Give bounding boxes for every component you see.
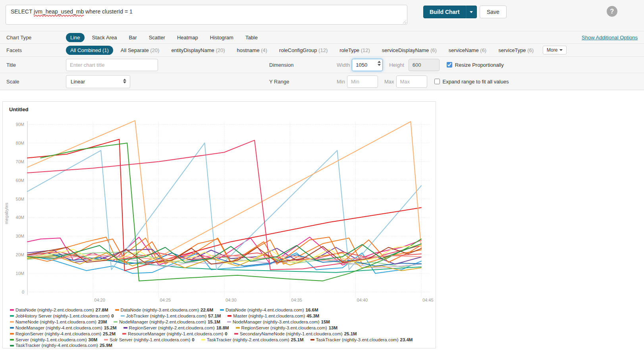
facet-servicedisplayname[interactable]: serviceDisplayName (6) xyxy=(378,46,441,55)
legend-series-value: 25.1M xyxy=(344,331,357,337)
legend-item[interactable]: Server (nightly-1.ent.cloudera.com)30M xyxy=(10,337,97,343)
chart-type-histogram[interactable]: Histogram xyxy=(206,33,238,42)
legend-series-value: 22.6M xyxy=(201,307,213,313)
title-label: Title xyxy=(6,62,66,68)
series-color-swatch xyxy=(10,333,14,335)
expand-range-checkbox[interactable] xyxy=(434,79,440,84)
y-tick-label: 0 xyxy=(22,290,24,294)
chart-type-scatter[interactable]: Scatter xyxy=(145,33,170,42)
chart-type-bar[interactable]: Bar xyxy=(124,33,141,42)
legend-series-value: 27.8M xyxy=(96,307,108,313)
chart-type-stack-area[interactable]: Stack Area xyxy=(88,33,121,42)
legend-series-label: DataNode (nightly-2.ent.cloudera.com) xyxy=(15,307,94,313)
legend-series-label: DataNode (nightly-4.ent.cloudera.com) xyxy=(226,307,304,313)
series-color-swatch xyxy=(10,327,14,329)
width-input-wrap xyxy=(352,59,383,71)
legend-item[interactable]: TaskTracker (nightly-2.ent.cloudera.com)… xyxy=(201,337,304,343)
legend-series-value: 0 xyxy=(225,331,227,337)
legend-item[interactable]: RegionServer (nightly-3.ent.cloudera.com… xyxy=(236,325,337,331)
legend-series-value: 30M xyxy=(89,337,97,343)
legend-item[interactable]: TaskTracker (nightly-4.ent.cloudera.com)… xyxy=(10,343,112,348)
facet-roleconfiggroup[interactable]: roleConfigGroup (12) xyxy=(275,46,332,55)
legend-item[interactable]: Solr Server (nightly-1.ent.cloudera.com)… xyxy=(104,337,195,343)
legend-series-label: JobHistory Server (nightly-1.ent.clouder… xyxy=(15,313,110,319)
chart-type-list: LineStack AreaBarScatterHeatmapHistogram… xyxy=(66,33,262,42)
series-color-swatch xyxy=(114,321,118,323)
legend-series-value: 16.6M xyxy=(306,307,318,313)
height-input xyxy=(409,59,440,71)
build-chart-dropdown-button[interactable] xyxy=(466,6,477,18)
facet-servicename[interactable]: serviceName (6) xyxy=(444,46,491,55)
facet-roletype[interactable]: roleType (12) xyxy=(335,46,374,55)
legend-item[interactable]: SecondaryNameNode (nightly-1.ent.clouder… xyxy=(234,331,357,337)
chart-title-input[interactable] xyxy=(66,59,158,71)
legend-item[interactable]: Master (nightly-1.ent.cloudera.com)45.3M xyxy=(228,313,319,319)
legend-item[interactable]: JobHistory Server (nightly-1.ent.clouder… xyxy=(10,313,114,319)
height-label: Height xyxy=(389,62,404,68)
resize-proportionally-checkbox[interactable] xyxy=(447,62,452,68)
y-min-input[interactable] xyxy=(347,75,378,88)
y-tick-label: 40M xyxy=(16,215,24,220)
series-color-swatch xyxy=(104,339,108,341)
legend-item[interactable]: DataNode (nightly-2.ent.cloudera.com)27.… xyxy=(10,307,108,313)
facet-servicetype[interactable]: serviceType (6) xyxy=(494,46,538,55)
width-stepper[interactable] xyxy=(378,61,381,66)
facets-row: Facets All Combined (1)All Separate (20)… xyxy=(0,43,644,56)
save-button[interactable]: Save xyxy=(480,6,507,18)
legend-item[interactable]: RegionServer (nightly-2.ent.cloudera.com… xyxy=(123,325,229,331)
legend-series-value: 15M xyxy=(321,319,330,325)
facet-entitydisplayname[interactable]: entityDisplayName (20) xyxy=(167,46,229,55)
legend-item[interactable]: DataNode (nightly-3.ent.cloudera.com)22.… xyxy=(115,307,214,313)
legend-item[interactable]: NameNode (nightly-1.ent.cloudera.com)23M xyxy=(10,319,107,325)
facets-label: Facets xyxy=(6,47,66,53)
facet-all-separate[interactable]: All Separate (20) xyxy=(116,46,164,55)
build-chart-button[interactable]: Build Chart xyxy=(423,6,466,18)
legend-item[interactable]: NodeManager (nightly-3.ent.cloudera.com)… xyxy=(227,319,330,325)
legend-series-value: 23.4M xyxy=(400,337,413,343)
legend-series-label: RegionServer (nightly-4.ent.cloudera.com… xyxy=(15,331,101,337)
build-chart-button-group: Build Chart xyxy=(423,6,477,18)
legend-item[interactable]: ResourceManager (nightly-1.ent.cloudera.… xyxy=(122,331,228,337)
series-color-swatch xyxy=(220,309,224,311)
dimension-group: Dimension Width Height Resize Proportion… xyxy=(269,59,504,71)
facet-all-combined[interactable]: All Combined (1) xyxy=(66,46,113,55)
facet-hostname[interactable]: hostname (4) xyxy=(233,46,272,55)
legend-series-label: DataNode (nightly-3.ent.cloudera.com) xyxy=(121,307,199,313)
chart-type-line[interactable]: Line xyxy=(66,33,85,42)
legend-series-label: NodeManager (nightly-3.ent.cloudera.com) xyxy=(233,319,320,325)
legend-series-value: 18.8M xyxy=(216,325,229,331)
y-range-label: Y Range xyxy=(269,79,337,85)
legend-item[interactable]: DataNode (nightly-4.ent.cloudera.com)16.… xyxy=(220,307,318,313)
legend-item[interactable]: JobTracker (nightly-1.ent.cloudera.com)5… xyxy=(121,313,221,319)
y-max-input[interactable] xyxy=(396,75,427,88)
help-icon[interactable]: ? xyxy=(607,6,617,17)
expand-range-label: Expand range to fit all values xyxy=(443,79,509,85)
legend-series-value: 57.1M xyxy=(208,313,221,319)
legend-item[interactable]: TaskTracker (nightly-3.ent.cloudera.com)… xyxy=(310,337,413,343)
show-additional-options-link[interactable]: Show Additional Options xyxy=(582,35,638,41)
legend-row: DataNode (nightly-2.ent.cloudera.com)27.… xyxy=(10,307,432,313)
line-chart-canvas: 010M20M30M40M50M60M70M80M90M04:2004:2504… xyxy=(3,114,436,306)
facets-more-button[interactable]: More xyxy=(543,46,567,54)
chart-type-label: Chart Type xyxy=(6,35,66,41)
facet-list: All Combined (1)All Separate (20)entityD… xyxy=(66,46,538,55)
scale-select[interactable]: Linear xyxy=(66,75,130,88)
y-tick-label: 90M xyxy=(16,122,24,127)
stepper-up-icon xyxy=(378,61,381,63)
chart-type-table[interactable]: Table xyxy=(241,33,262,42)
query-input[interactable]: SELECT jvm_heap_used_mb where clusterId … xyxy=(6,5,407,25)
legend-row: NameNode (nightly-1.ent.cloudera.com)23M… xyxy=(10,319,432,325)
chart-type-heatmap[interactable]: Heatmap xyxy=(173,33,202,42)
chart-panel: Untitled 010M20M30M40M50M60M70M80M90M04:… xyxy=(2,101,436,348)
legend-series-label: TaskTracker (nightly-4.ent.cloudera.com) xyxy=(15,343,98,348)
legend-series-value: 25.2M xyxy=(103,331,116,337)
legend-item[interactable]: NodeManager (nightly-2.ent.cloudera.com)… xyxy=(114,319,220,325)
chevron-down-icon xyxy=(559,49,563,51)
legend-series-label: SecondaryNameNode (nightly-1.ent.clouder… xyxy=(240,331,343,337)
series-color-swatch xyxy=(122,333,126,335)
legend-item[interactable]: NodeManager (nightly-4.ent.cloudera.com)… xyxy=(10,325,117,331)
legend-series-label: Master (nightly-1.ent.cloudera.com) xyxy=(233,313,305,319)
series-color-swatch xyxy=(10,345,14,346)
chart-builder-controls: SELECT jvm_heap_used_mb where clusterId … xyxy=(0,0,644,90)
legend-item[interactable]: RegionServer (nightly-4.ent.cloudera.com… xyxy=(10,331,116,337)
